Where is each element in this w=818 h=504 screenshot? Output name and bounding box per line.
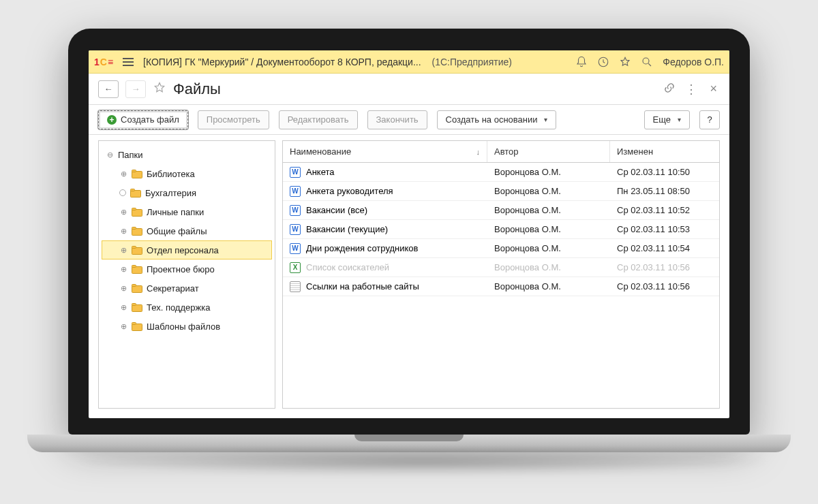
cell-modified: Ср 02.03.11 10:56 [610, 262, 719, 272]
page-header: ← → Файлы ⋮ × [89, 74, 729, 105]
cell-name: WАнкета руководителя [283, 186, 487, 197]
file-name: Анкета [306, 167, 335, 177]
expand-icon[interactable]: ⊕ [119, 170, 127, 178]
main-split: ⊖ Папки ⊕БиблиотекаБухгалтерия⊕Личные па… [89, 135, 729, 418]
expand-icon[interactable]: ⊕ [119, 322, 127, 330]
page-title: Файлы [173, 80, 221, 98]
cell-modified: Ср 02.03.11 10:56 [610, 281, 719, 292]
cell-author: Воронцова О.М. [487, 186, 610, 196]
svg-rect-13 [132, 265, 136, 267]
folder-icon [130, 189, 141, 198]
table-row[interactable]: WАнкета руководителяВоронцова О.М.Пн 23.… [283, 182, 719, 201]
tree-item[interactable]: Бухгалтерия [102, 183, 272, 202]
tree-item[interactable]: ⊕Личные папки [102, 202, 272, 221]
chevron-down-icon: ▾ [678, 116, 681, 123]
create-file-button[interactable]: + Создать файл [98, 110, 188, 129]
tree-item-label: Шаблоны файлов [147, 321, 220, 332]
word-file-icon: W [290, 224, 301, 235]
window-subtitle: (1С:Предприятие) [432, 57, 512, 67]
tree-item-label: Проектное бюро [147, 264, 215, 274]
help-button[interactable]: ? [699, 110, 720, 129]
titlebar: 1C≡ [КОПИЯ] ГК "Меркурий" / Документообо… [89, 50, 729, 74]
folder-icon [132, 208, 142, 217]
expand-icon[interactable]: ⊕ [119, 246, 127, 254]
link-icon[interactable] [663, 82, 676, 96]
expand-icon[interactable]: ⊕ [119, 265, 127, 273]
word-file-icon: W [290, 186, 301, 197]
table-row[interactable]: WВакансии (все)Воронцова О.М.Ср 02.03.11… [283, 201, 719, 220]
cell-modified: Ср 02.03.11 10:54 [610, 243, 719, 253]
folder-icon [132, 322, 142, 331]
tree-item[interactable]: ⊕Библиотека [102, 164, 272, 183]
file-name: Анкета руководителя [306, 186, 393, 196]
collapse-icon[interactable]: ⊖ [106, 151, 114, 159]
loading-icon[interactable] [119, 189, 126, 196]
cell-modified: Ср 02.03.11 10:52 [610, 205, 719, 215]
tree-item[interactable]: ⊕Общие файлы [102, 221, 272, 240]
nav-back-button[interactable]: ← [98, 80, 119, 98]
search-icon[interactable] [641, 56, 653, 68]
star-icon[interactable] [619, 56, 631, 68]
favorite-toggle[interactable] [153, 81, 166, 97]
create-file-label: Создать файл [121, 114, 179, 125]
sort-indicator-icon: ↓ [476, 148, 481, 156]
chevron-down-icon: ▾ [544, 116, 547, 123]
cell-author: Воронцова О.М. [487, 281, 610, 292]
tree-item[interactable]: ⊕Проектное бюро [102, 259, 272, 279]
file-name: Вакансии (текущие) [306, 224, 388, 234]
expand-icon[interactable]: ⊕ [119, 303, 127, 311]
table-row[interactable]: XСписок соискателейВоронцова О.М.Ср 02.0… [283, 258, 719, 277]
folder-icon [132, 303, 142, 312]
history-icon[interactable] [597, 56, 609, 68]
table-header: Наименование ↓ Автор Изменен [283, 141, 719, 163]
finish-button[interactable]: Закончить [367, 110, 427, 129]
more-button[interactable]: Еще▾ [644, 110, 690, 129]
shadow [68, 448, 777, 475]
expand-icon[interactable]: ⊕ [119, 284, 127, 292]
app-window: 1C≡ [КОПИЯ] ГК "Меркурий" / Документообо… [89, 50, 729, 418]
excel-file-icon: X [290, 262, 301, 273]
svg-rect-19 [132, 322, 136, 324]
create-based-on-button[interactable]: Создать на основании▾ [437, 110, 557, 129]
word-file-icon: W [290, 243, 301, 254]
tree-item[interactable]: ⊕Шаблоны файлов [102, 317, 272, 336]
file-name: Список соискателей [306, 262, 389, 272]
col-modified[interactable]: Изменен [610, 141, 719, 162]
tree-root-label: Папки [118, 150, 143, 160]
tree-root[interactable]: ⊖ Папки [102, 145, 272, 164]
tree-item[interactable]: ⊕Отдел персонала [102, 240, 272, 259]
user-name[interactable]: Федоров О.П. [663, 57, 724, 67]
table-row[interactable]: WАнкетаВоронцова О.М.Ср 02.03.11 10:50 [283, 163, 719, 182]
folder-icon [132, 170, 142, 178]
main-menu-button[interactable] [120, 55, 136, 69]
table-row[interactable]: Ссылки на работные сайтыВоронцова О.М.Ср… [283, 277, 719, 296]
nav-forward-button[interactable]: → [125, 80, 146, 98]
screen-bezel: 1C≡ [КОПИЯ] ГК "Меркурий" / Документообо… [68, 29, 750, 435]
table-row[interactable]: WДни рождения сотрудниковВоронцова О.М.С… [283, 239, 719, 258]
tree-item[interactable]: ⊕Тех. поддержка [102, 298, 272, 317]
edit-button[interactable]: Редактировать [279, 110, 358, 129]
table-body: WАнкетаВоронцова О.М.Ср 02.03.11 10:50WА… [283, 163, 719, 296]
expand-icon[interactable]: ⊕ [119, 227, 127, 235]
svg-point-1 [643, 58, 649, 64]
table-row[interactable]: WВакансии (текущие)Воронцова О.М.Ср 02.0… [283, 220, 719, 239]
tree-item-label: Отдел персонала [147, 245, 219, 255]
cell-name: WВакансии (текущие) [283, 224, 487, 235]
logo-1c: 1C≡ [94, 57, 113, 67]
kebab-icon[interactable]: ⋮ [685, 82, 697, 97]
folder-tree: ⊖ Папки ⊕БиблиотекаБухгалтерия⊕Личные па… [99, 141, 275, 340]
view-button[interactable]: Просмотреть [198, 110, 269, 129]
close-button[interactable]: × [707, 82, 720, 96]
folder-icon [132, 227, 142, 236]
tree-item[interactable]: ⊕Секретариат [102, 279, 272, 298]
col-author[interactable]: Автор [487, 141, 610, 162]
col-name[interactable]: Наименование ↓ [283, 141, 487, 162]
expand-icon[interactable]: ⊕ [119, 208, 127, 216]
svg-rect-15 [132, 284, 136, 286]
tree-item-label: Общие файлы [147, 226, 207, 236]
svg-rect-9 [132, 227, 136, 229]
folder-icon [132, 246, 142, 255]
bell-icon[interactable] [575, 56, 588, 68]
file-name: Вакансии (все) [306, 205, 367, 215]
tree-item-label: Личные папки [147, 207, 204, 217]
